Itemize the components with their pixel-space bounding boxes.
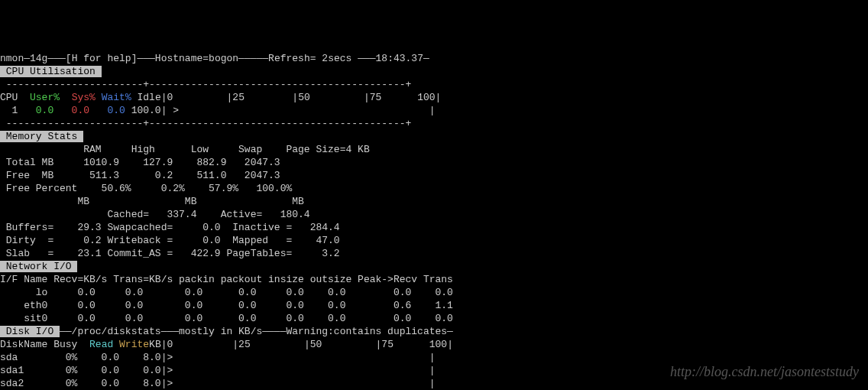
section-mem-title: Memory Stats bbox=[0, 131, 83, 142]
cpu-r-wait: 0.0 bbox=[89, 105, 125, 116]
cpu-r-id: 1 bbox=[0, 105, 18, 116]
section-net-title: Network I/O bbox=[0, 261, 77, 272]
net-row: sit0 0.0 0.0 0.0 0.0 0.0 0.0 0.0 0.0 bbox=[0, 313, 453, 324]
cpu-h-idle: Idle bbox=[138, 92, 161, 103]
disk-h-write: Write bbox=[119, 339, 149, 350]
mem-r7: Dirty = 0.2 Writeback = 0.0 Mapped = 47.… bbox=[0, 235, 340, 246]
hdr-time: 18:43.37 bbox=[376, 53, 423, 64]
mem-r8: Slab = 23.1 Commit_AS = 422.9 PageTables… bbox=[0, 248, 340, 259]
disk-row: sda2 0% 0.0 8.0|> | bbox=[0, 378, 436, 389]
hdr-host: bogon bbox=[209, 53, 238, 64]
cpu-rule-bot: -----------------------+----------------… bbox=[6, 118, 412, 129]
disk-row: sda1 0% 0.0 0.0|> | bbox=[0, 365, 436, 376]
cpu-h-sys: Sys% bbox=[72, 92, 96, 103]
cpu-r-sys: 0.0 bbox=[53, 105, 89, 116]
disk-row: sda 0% 0.0 8.0|> | bbox=[0, 352, 436, 363]
mem-r4: MB MB MB bbox=[0, 196, 304, 207]
disk-suffix: ——/proc/diskstats———mostly in KB/s————Wa… bbox=[60, 326, 453, 337]
cpu-rule-top: -----------------------+----------------… bbox=[6, 79, 412, 90]
hdr-hostlabel: Hostname= bbox=[155, 53, 209, 64]
net-hdr: I/F Name Recv=KB/s Trans=KB/s packin pac… bbox=[0, 274, 453, 285]
mem-r6: Buffers= 29.3 Swapcached= 0.0 Inactive =… bbox=[0, 222, 340, 233]
disk-h-space bbox=[113, 339, 119, 350]
mem-r5: Cached= 337.4 Active= 180.4 bbox=[0, 209, 310, 220]
mem-hdr: RAM High Low Swap Page Size=4 KB bbox=[0, 144, 370, 155]
hdr-refreshval: 2secs bbox=[316, 53, 352, 64]
section-disk-title: Disk I/O bbox=[0, 326, 60, 337]
mem-r1: Total MB 1010.9 127.9 882.9 2047.3 bbox=[0, 157, 280, 168]
net-row: eth0 0.0 0.0 0.0 0.0 0.0 0.0 0.6 1.1 bbox=[0, 300, 453, 311]
terminal-output: nmon—14g———[H for help]———Hostname=bogon… bbox=[0, 52, 868, 390]
cpu-h-wait: Wait% bbox=[102, 92, 131, 103]
cpu-r-bar: | > | bbox=[161, 105, 436, 116]
cpu-r-idle: 100.0 bbox=[125, 105, 161, 116]
cpu-h-cpu: CPU bbox=[0, 92, 18, 103]
disk-h-read: Read bbox=[89, 339, 113, 350]
disk-h-post: KB|0 |25 |50 |75 100| bbox=[149, 339, 453, 350]
mem-r3: Free Percent 50.6% 0.2% 57.9% 100.0% bbox=[0, 183, 292, 194]
cpu-r-user: 0.0 bbox=[18, 105, 53, 116]
hdr-ver: 14g bbox=[30, 53, 47, 64]
mem-r2: Free MB 511.3 0.2 511.0 2047.3 bbox=[0, 170, 280, 181]
net-row: lo 0.0 0.0 0.0 0.0 0.0 0.0 0.0 0.0 bbox=[0, 287, 453, 298]
cpu-h-user: User% bbox=[30, 92, 60, 103]
disk-h-pre: DiskName Busy bbox=[0, 339, 89, 350]
hdr-help: [H for help] bbox=[66, 53, 138, 64]
cpu-h-bar: |0 |25 |50 |75 100| bbox=[161, 92, 442, 103]
hdr-prog: nmon— bbox=[0, 53, 30, 64]
hdr-refreshlabel: Refresh= bbox=[268, 53, 316, 64]
section-cpu-title: CPU Utilisation bbox=[0, 66, 102, 77]
watermark-text: http://blog.csdn.net/jasonteststudy bbox=[670, 366, 859, 379]
